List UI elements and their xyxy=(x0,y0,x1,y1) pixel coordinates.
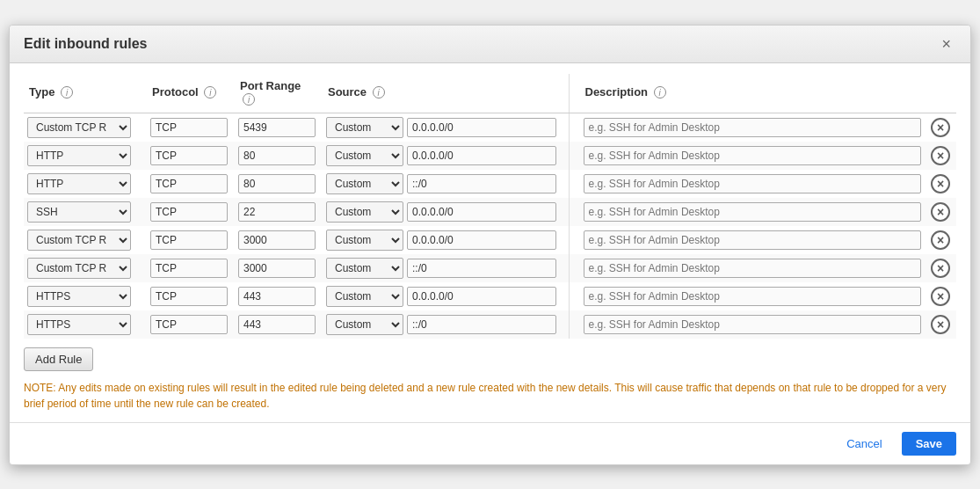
description-input[interactable] xyxy=(584,259,922,278)
protocol-header: Protocol i xyxy=(147,74,235,113)
save-button[interactable]: Save xyxy=(902,432,956,456)
source-value-input[interactable] xyxy=(407,230,556,250)
source-type-select[interactable]: CustomAnywhereMy IP xyxy=(326,286,403,307)
type-select[interactable]: Custom TCP RHTTPHTTPSSSHAll TCPAll UDPAl… xyxy=(27,258,131,279)
edit-inbound-rules-modal: Edit inbound rules × Type i Protocol i P… xyxy=(9,25,971,465)
protocol-input xyxy=(150,202,228,222)
delete-rule-button[interactable]: × xyxy=(931,118,950,137)
divider xyxy=(569,74,580,113)
modal-title: Edit inbound rules xyxy=(24,36,147,52)
table-row: Custom TCP RHTTPHTTPSSSHAll TCPAll UDPAl… xyxy=(24,254,956,282)
source-type-select[interactable]: CustomAnywhereMy IP xyxy=(326,258,403,279)
port-range-input[interactable] xyxy=(238,315,316,334)
source-value-input[interactable] xyxy=(407,174,556,193)
port-range-input[interactable] xyxy=(238,259,316,278)
description-input[interactable] xyxy=(584,287,922,306)
table-row: Custom TCP RHTTPHTTPSSSHAll TCPAll UDPAl… xyxy=(24,198,956,226)
row-divider xyxy=(569,282,580,310)
protocol-input xyxy=(150,287,228,306)
row-divider xyxy=(569,113,580,142)
row-divider xyxy=(569,170,580,198)
source-info-icon[interactable]: i xyxy=(373,86,385,99)
delete-header xyxy=(925,74,956,113)
delete-rule-button[interactable]: × xyxy=(931,146,950,165)
delete-rule-button[interactable]: × xyxy=(931,174,950,193)
description-input[interactable] xyxy=(584,146,922,165)
row-divider xyxy=(569,198,580,226)
modal-header: Edit inbound rules × xyxy=(10,26,970,63)
modal-footer: Cancel Save xyxy=(10,422,970,464)
type-info-icon[interactable]: i xyxy=(61,86,73,99)
type-select[interactable]: Custom TCP RHTTPHTTPSSSHAll TCPAll UDPAl… xyxy=(27,314,131,335)
protocol-input xyxy=(150,259,228,278)
protocol-input xyxy=(150,230,228,250)
protocol-input xyxy=(150,146,228,165)
source-value-input[interactable] xyxy=(407,118,556,137)
rules-table: Type i Protocol i Port Range i Source i xyxy=(24,74,956,339)
description-input[interactable] xyxy=(584,315,922,334)
port-range-input[interactable] xyxy=(238,287,316,306)
type-select[interactable]: Custom TCP RHTTPHTTPSSSHAll TCPAll UDPAl… xyxy=(27,173,131,194)
description-info-icon[interactable]: i xyxy=(654,86,666,99)
modal-body: Type i Protocol i Port Range i Source i xyxy=(10,63,970,422)
source-value-input[interactable] xyxy=(407,287,556,306)
source-value-input[interactable] xyxy=(407,259,556,278)
port-range-input[interactable] xyxy=(238,174,316,193)
cancel-button[interactable]: Cancel xyxy=(834,432,894,456)
type-header: Type i xyxy=(24,74,147,113)
source-type-select[interactable]: CustomAnywhereMy IP xyxy=(326,173,403,194)
table-row: Custom TCP RHTTPHTTPSSSHAll TCPAll UDPAl… xyxy=(24,226,956,254)
protocol-input xyxy=(150,118,228,137)
source-type-select[interactable]: CustomAnywhereMy IP xyxy=(326,145,403,166)
type-select[interactable]: Custom TCP RHTTPHTTPSSSHAll TCPAll UDPAl… xyxy=(27,145,131,166)
description-input[interactable] xyxy=(584,118,922,137)
source-value-input[interactable] xyxy=(407,146,556,165)
add-rule-button[interactable]: Add Rule xyxy=(24,347,93,371)
source-value-input[interactable] xyxy=(407,202,556,222)
description-input[interactable] xyxy=(584,174,922,193)
table-row: Custom TCP RHTTPHTTPSSSHAll TCPAll UDPAl… xyxy=(24,113,956,142)
table-row: Custom TCP RHTTPHTTPSSSHAll TCPAll UDPAl… xyxy=(24,310,956,339)
row-divider xyxy=(569,142,580,170)
port-range-input[interactable] xyxy=(238,202,316,222)
table-row: Custom TCP RHTTPHTTPSSSHAll TCPAll UDPAl… xyxy=(24,142,956,170)
port-range-input[interactable] xyxy=(238,230,316,250)
source-type-select[interactable]: CustomAnywhereMy IP xyxy=(326,314,403,335)
protocol-input xyxy=(150,315,228,334)
delete-rule-button[interactable]: × xyxy=(931,202,950,222)
source-type-select[interactable]: CustomAnywhereMy IP xyxy=(326,230,403,251)
type-select[interactable]: Custom TCP RHTTPHTTPSSSHAll TCPAll UDPAl… xyxy=(27,286,131,307)
delete-rule-button[interactable]: × xyxy=(931,287,950,306)
row-divider xyxy=(569,310,580,339)
note-text: NOTE: Any edits made on existing rules w… xyxy=(24,380,956,412)
table-row: Custom TCP RHTTPHTTPSSSHAll TCPAll UDPAl… xyxy=(24,282,956,310)
type-select[interactable]: Custom TCP RHTTPHTTPSSSHAll TCPAll UDPAl… xyxy=(27,230,131,251)
row-divider xyxy=(569,254,580,282)
table-row: Custom TCP RHTTPHTTPSSSHAll TCPAll UDPAl… xyxy=(24,170,956,198)
description-header: Description i xyxy=(580,74,926,113)
port-range-input[interactable] xyxy=(238,118,316,137)
source-header: Source i xyxy=(323,74,569,113)
source-type-select[interactable]: CustomAnywhereMy IP xyxy=(326,201,403,223)
row-divider xyxy=(569,226,580,254)
type-select[interactable]: Custom TCP RHTTPHTTPSSSHAll TCPAll UDPAl… xyxy=(27,201,131,223)
source-type-select[interactable]: CustomAnywhereMy IP xyxy=(326,117,403,138)
close-button[interactable]: × xyxy=(936,34,956,54)
port-range-info-icon[interactable]: i xyxy=(243,93,255,106)
delete-rule-button[interactable]: × xyxy=(931,230,950,250)
description-input[interactable] xyxy=(584,230,922,250)
port-range-input[interactable] xyxy=(238,146,316,165)
source-value-input[interactable] xyxy=(407,315,556,334)
type-select[interactable]: Custom TCP RHTTPHTTPSSSHAll TCPAll UDPAl… xyxy=(27,117,131,138)
port-range-header: Port Range i xyxy=(235,74,323,113)
protocol-input xyxy=(150,174,228,193)
protocol-info-icon[interactable]: i xyxy=(204,86,216,99)
description-input[interactable] xyxy=(584,202,922,222)
delete-rule-button[interactable]: × xyxy=(931,259,950,278)
delete-rule-button[interactable]: × xyxy=(931,315,950,334)
